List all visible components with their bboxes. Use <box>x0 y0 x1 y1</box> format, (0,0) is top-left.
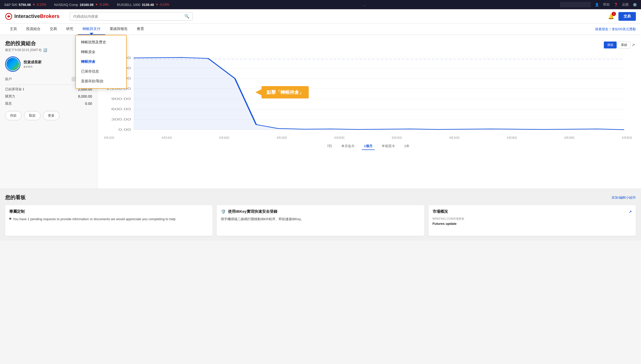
x-label-9: 9月30日 <box>622 136 632 140</box>
widget-custom-text: You have 1 pending requests to provide i… <box>13 217 176 222</box>
notification-button[interactable]: 🔔 2 <box>608 13 614 19</box>
logo-icon <box>5 13 12 20</box>
header-right: 🔔 2 交易 <box>608 12 636 21</box>
more-button[interactable]: 更多 <box>43 111 59 120</box>
help-text[interactable]: 幫助 <box>603 2 610 7</box>
tooltip-arrow <box>255 89 262 95</box>
nav-item-performance[interactable]: 業績與報告 <box>105 24 132 35</box>
promo-text[interactable]: 推薦朋友！拿$200美元獎勵 <box>595 27 636 32</box>
buying-power-value: 8,000.00 <box>78 94 92 98</box>
nav-bar: 主頁 投資組合 交易 研究 轉帳與支付 轉帳狀態及歷史 轉帳資金 轉帳持倉 已保… <box>0 24 641 35</box>
x-label-6: 9月24日 <box>449 136 459 140</box>
ticker-nasdaq: NASDAQ Comp 18160.08 ▼ -0.18% <box>54 3 109 7</box>
withdraw-button[interactable]: 取款 <box>24 111 41 120</box>
russell-value: 3139.48 <box>142 3 154 7</box>
futures-label: Futures update <box>433 221 632 227</box>
add-widget-link[interactable]: 添加/編輯小組件 <box>612 195 636 200</box>
nasdaq-value: 18160.08 <box>80 3 94 7</box>
period-ytd[interactable]: 年初至今 <box>380 143 397 150</box>
widget-custom-content: You have 1 pending requests to provide i… <box>9 217 208 222</box>
period-1y[interactable]: 1年 <box>402 143 412 150</box>
period-1m[interactable]: 1個月 <box>362 143 374 150</box>
search-icon[interactable]: 🔍 <box>184 14 189 19</box>
dividend-label: 股息 <box>5 101 12 106</box>
chart-area: 淨流量性 ℹ 2,0 0.00 (—) 價值 業績 ↗ RE 0.00 <box>97 35 641 189</box>
russell-name: RUSSELL 1000 <box>117 3 140 7</box>
ticker-search-input[interactable] <box>560 2 591 7</box>
chart-svg-wrapper: 2,100.00 1,800.00 1,500.00 1,200.00 900.… <box>102 53 635 135</box>
ticker-right: 👤 幫助 ❓ 反饋 ⚙️ <box>560 2 637 7</box>
chart-expand-button[interactable]: ↗ <box>632 42 635 48</box>
dropdown-transfer-funds[interactable]: 轉帳資金 <box>76 47 126 57</box>
widget-ibkey-text: 用手機掃描二維碼打開移動IBKR程序、即刻連接IBKey。 <box>221 217 420 222</box>
ticker-russell: RUSSELL 1000 3139.48 ▼ -0.10% <box>117 3 169 7</box>
search-bar[interactable]: 🔍 <box>70 12 193 21</box>
transfer-dropdown: 轉帳狀態及歷史 轉帳資金 轉帳持倉 已保存信息 直接存款/取款 <box>75 35 127 89</box>
widget-custom-title: 專屬定制 <box>9 209 208 214</box>
period-mtd[interactable]: 本月迄今 <box>339 143 357 150</box>
dashboard-title: 您的看板 <box>5 194 26 201</box>
bullet-dot <box>9 218 11 220</box>
x-label-2: 9月16日 <box>219 136 229 140</box>
buying-power-row: 購買力 8,000.00 <box>5 94 92 99</box>
dropdown-transfer-positions[interactable]: 轉帳持倉 <box>76 57 126 67</box>
search-input[interactable] <box>73 14 184 18</box>
portfolio-logo <box>5 56 21 72</box>
dashboard-header: 您的看板 添加/編輯小組件 <box>5 194 636 201</box>
notification-badge: 2 <box>612 12 616 16</box>
ticker-sp500: S&P 500 5750.08 ▼ -0.22% <box>4 3 46 7</box>
widget-ibkey: 🛡️ 使用IBKey實現快速安全登錄 用手機掃描二維碼打開移動IBKR程序、即刻… <box>217 205 424 236</box>
logo[interactable]: InteractiveBrokers <box>5 13 59 20</box>
portfolio-subtitle: aven <box>24 65 42 68</box>
nav-item-education[interactable]: 教育 <box>132 24 149 35</box>
action-buttons: 存款 取款 更多 <box>5 111 92 120</box>
refresh-icon[interactable]: 🔄 <box>43 48 47 52</box>
chart-controls: 價值 業績 ↗ <box>604 42 635 48</box>
nav-item-research[interactable]: 研究 <box>62 24 78 35</box>
trade-button[interactable]: 交易 <box>618 12 636 21</box>
feedback-text[interactable]: 反饋 <box>622 2 629 7</box>
x-label-0: 9月12日 <box>104 136 114 140</box>
widget-market-text: BRIEFING.COM市場更新 Futures update <box>433 217 632 226</box>
widget-market-title: 市場概況 ↗ <box>433 209 632 214</box>
nav-item-home[interactable]: 主頁 <box>5 24 22 35</box>
portfolio-chart: 2,100.00 1,800.00 1,500.00 1,200.00 900.… <box>102 53 635 135</box>
question-icon[interactable]: ❓ <box>614 3 618 7</box>
dropdown-direct-deposit[interactable]: 直接存款/取款 <box>76 76 126 86</box>
russell-change: ▼ -0.10% <box>155 3 169 6</box>
widgets-row: 專屬定制 You have 1 pending requests to prov… <box>5 205 636 236</box>
chart-header: 淨流量性 ℹ 2,0 0.00 (—) 價值 業績 ↗ <box>102 39 635 51</box>
sp500-value: 5750.08 <box>19 3 31 7</box>
deposit-button[interactable]: 存款 <box>5 111 22 120</box>
chart-btn-value[interactable]: 價值 <box>604 42 617 48</box>
portfolio-name: 投資成長家 <box>24 60 42 65</box>
x-label-8: 9月28日 <box>564 136 575 140</box>
x-label-7: 9月26日 <box>507 136 517 140</box>
nasdaq-change: ▼ -0.18% <box>95 3 109 6</box>
logo-text: InteractiveBrokers <box>14 13 59 19</box>
nav-item-portfolio[interactable]: 投資組合 <box>22 24 45 35</box>
tooltip-text: 點擊「轉帳持倉」 <box>267 90 304 95</box>
chart-btn-performance[interactable]: 業績 <box>618 42 630 48</box>
widget-ibkey-title: 🛡️ 使用IBKey實現快速安全登錄 <box>221 209 420 214</box>
x-label-5: 9月22日 <box>392 136 402 140</box>
period-7d[interactable]: 7日 <box>325 143 334 150</box>
ticker-more[interactable]: ... <box>363 3 366 7</box>
settled-cash-info-icon[interactable]: ℹ <box>23 87 24 91</box>
nav-item-trade[interactable]: 交易 <box>45 24 62 35</box>
dropdown-saved-info[interactable]: 已保存信息 <box>76 67 126 76</box>
settings-icon[interactable]: ⚙️ <box>633 3 637 7</box>
nav-item-transfer[interactable]: 轉帳與支付 轉帳狀態及歷史 轉帳資金 轉帳持倉 已保存信息 直接存款/取款 <box>78 24 105 35</box>
settled-cash-label: 已結算現金 ℹ <box>5 87 24 92</box>
chart-period-buttons: 7日 本月迄今 1個月 年初至今 1年 <box>102 140 635 153</box>
dropdown-transfer-status[interactable]: 轉帳狀態及歷史 <box>76 37 126 47</box>
x-label-4: 9月20日 <box>334 136 345 140</box>
user-icon[interactable]: 👤 <box>595 3 599 7</box>
header: InteractiveBrokers 🔍 🔔 2 交易 <box>0 9 641 24</box>
tooltip-box: 點擊「轉帳持倉」 <box>262 86 309 98</box>
ibkey-shield-icon: 🛡️ <box>221 209 226 214</box>
market-expand-icon[interactable]: ↗ <box>629 210 632 214</box>
account-label: 賬戶 <box>5 77 12 82</box>
nasdaq-name: NASDAQ Comp <box>54 3 78 7</box>
buying-power-label: 購買力 <box>5 94 15 99</box>
